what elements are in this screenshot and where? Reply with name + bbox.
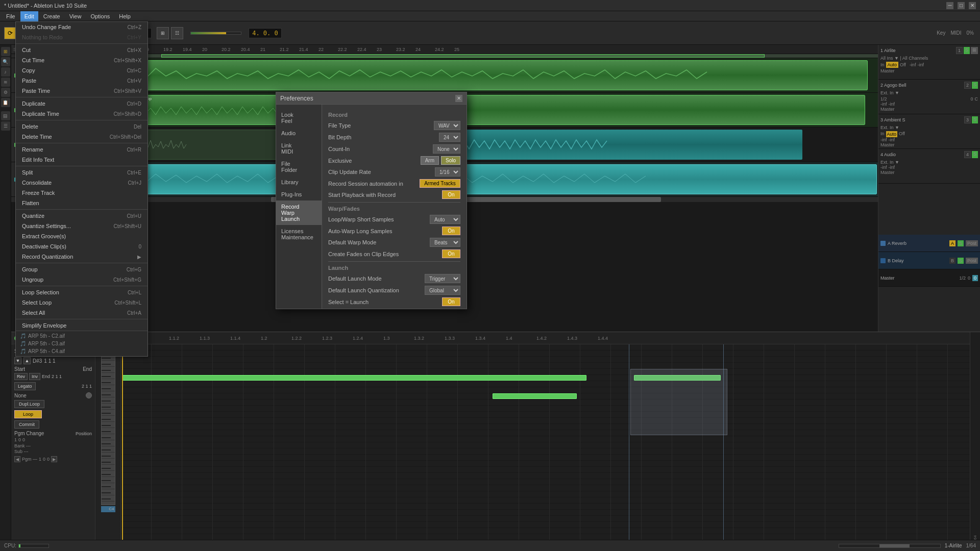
menu-create[interactable]: Create (39, 11, 64, 21)
session-view-btn[interactable]: ☷ (171, 27, 183, 39)
midi-note-long[interactable] (122, 375, 586, 381)
menu-delete-time[interactable]: Delete Time Ctrl+Shift+Del (16, 132, 148, 142)
pref-nav-link[interactable]: LinkMIDI (276, 139, 322, 158)
transport-loop-btn[interactable]: ⟳ (4, 27, 16, 39)
note-down-btn[interactable]: ▼ (14, 357, 21, 364)
menu-flatten[interactable]: Flatten (16, 198, 148, 208)
rev-btn[interactable]: Rev (14, 373, 28, 380)
menu-edit[interactable]: Edit (20, 11, 38, 21)
menu-view[interactable]: View (65, 11, 86, 21)
pref-loop-short-select[interactable]: Auto (430, 215, 460, 224)
send-b-s: S (958, 258, 964, 264)
dupl-loop-btn[interactable]: Dupl.Loop (14, 400, 44, 408)
menu-duplicate-label: Duplicate (22, 101, 45, 107)
menu-loop-sel[interactable]: Loop Selection Ctrl+L (16, 287, 148, 297)
pref-nav-licenses[interactable]: LicensesMaintenance (276, 225, 322, 243)
sidebar-search[interactable]: 🔍 (1, 57, 10, 66)
menu-duplicate-time[interactable]: Duplicate Time Ctrl+Shift+D (16, 109, 148, 119)
groove-row: None (14, 392, 92, 398)
menu-copy[interactable]: Copy Ctrl+C (16, 65, 148, 76)
pref-clip-update-select[interactable]: 1/16 (435, 167, 460, 177)
sidebar-samples[interactable]: ≋ (1, 78, 10, 87)
pref-arm-btn[interactable]: Arm (421, 156, 439, 165)
groove-btn[interactable] (86, 392, 92, 398)
mixer-track2-s: S (972, 82, 978, 89)
menu-quantize[interactable]: Quantize Ctrl+U (16, 211, 148, 221)
pgm-prev-btn[interactable]: ◀ (14, 456, 20, 462)
pref-nav-record[interactable]: RecordWarpLaunch (276, 201, 322, 225)
menu-sel-all[interactable]: Select All Ctrl+A (16, 308, 148, 318)
menu-simplify[interactable]: Simplify Envelope (16, 320, 148, 331)
midi-note-area[interactable] (121, 344, 970, 546)
menu-split[interactable]: Split Ctrl+E (16, 167, 148, 178)
menu-help[interactable]: Help (115, 11, 135, 21)
menu-quantize-settings[interactable]: Quantize Settings... Ctrl+Shift+U (16, 221, 148, 231)
pref-nav-library[interactable]: Library (276, 176, 322, 188)
maximize-button[interactable]: □ (958, 2, 965, 9)
bottom-marker-13: 1.3 (383, 336, 414, 341)
close-button[interactable]: ✕ (969, 2, 976, 9)
sidebar-sounds[interactable]: ♪ (1, 67, 10, 77)
menu-duplicate[interactable]: Duplicate Ctrl+D (16, 98, 148, 109)
pref-armed-tracks-btn[interactable]: Armed Tracks (420, 179, 460, 188)
loop-toggle-btn[interactable]: Loop (14, 410, 42, 418)
main-scrollbar[interactable] (839, 544, 941, 548)
menu-loop-sel-label: Loop Selection (22, 289, 59, 295)
pref-nav-look[interactable]: LookFeel (276, 109, 322, 127)
pref-solo-btn[interactable]: Solo (441, 156, 460, 165)
commit-btn[interactable]: Commit (14, 420, 39, 429)
menu-consolidate[interactable]: Consolidate Ctrl+J (16, 178, 148, 188)
main-scrollbar-thumb[interactable] (879, 544, 910, 547)
pref-file-type-select[interactable]: WAV (434, 121, 460, 130)
pref-nav-audio[interactable]: Audio (276, 127, 322, 139)
pref-fades-toggle[interactable]: On (442, 249, 460, 258)
arrangement-view-btn[interactable]: ⊞ (157, 27, 169, 39)
pref-nav-file[interactable]: FileFolder (276, 158, 322, 176)
sidebar-arranger[interactable]: ▤ (1, 111, 10, 120)
legato-btn[interactable]: Legato (14, 382, 36, 390)
menu-file[interactable]: File (2, 11, 19, 21)
time-marker: 21.2 (280, 47, 299, 52)
menu-rename[interactable]: Rename Ctrl+R (16, 144, 148, 155)
sidebar-clips[interactable]: 📋 (1, 98, 10, 107)
menu-cut[interactable]: Cut Ctrl+X (16, 45, 148, 55)
menu-freeze[interactable]: Freeze Track (16, 188, 148, 198)
menu-group[interactable]: Group Ctrl+G (16, 264, 148, 274)
master-name: Master (880, 276, 895, 281)
menu-cut-time[interactable]: Cut Time Ctrl+Shift+X (16, 55, 148, 65)
note-up-btn[interactable]: ▲ (23, 357, 31, 364)
sidebar-plugins[interactable]: ⚙ (1, 88, 10, 97)
menu-record-quant[interactable]: Record Quantization ▶ (16, 252, 148, 262)
pref-count-in-select[interactable]: None (433, 144, 460, 154)
menu-edit-info[interactable]: Edit Info Text (16, 155, 148, 165)
menu-ungroup[interactable]: Ungroup Ctrl+Shift+G (16, 274, 148, 285)
pref-close-btn[interactable]: ✕ (455, 95, 462, 102)
sidebar-browser[interactable]: ⊞ (1, 47, 10, 56)
pref-file-type-label: File Type (328, 122, 434, 129)
pref-launch-quant-select[interactable]: Global (425, 286, 460, 295)
menu-undo[interactable]: Undo Change Fade Ctrl+Z (16, 22, 148, 32)
pref-launch-mode-select[interactable]: Trigger (425, 274, 460, 283)
pref-auto-warp-toggle[interactable]: On (442, 227, 460, 235)
minimize-button[interactable]: ─ (946, 2, 953, 9)
menu-sel-all-shortcut: Ctrl+A (127, 310, 141, 316)
menu-paste[interactable]: Paste Ctrl+V (16, 76, 148, 86)
sidebar-session[interactable]: ☰ (1, 121, 10, 131)
menu-delete-shortcut: Del (134, 124, 141, 130)
pref-bit-depth-select[interactable]: 24 (439, 133, 460, 142)
pref-select-launch-toggle[interactable]: On (442, 297, 460, 306)
menu-deactivate[interactable]: Deactivate Clip(s) 0 (16, 241, 148, 252)
pgm-next-btn[interactable]: ▶ (51, 456, 57, 462)
pref-start-play-rec-toggle[interactable]: On (442, 190, 460, 199)
pref-nav-plugins[interactable]: Plug-Ins (276, 188, 322, 201)
menu-sel-loop[interactable]: Select Loop Ctrl+Shift+L (16, 297, 148, 308)
menu-options[interactable]: Options (86, 11, 114, 21)
midi-note-lower1[interactable] (493, 393, 577, 399)
menu-paste-time[interactable]: Paste Time Ctrl+Shift+V (16, 86, 148, 96)
menu-ungroup-shortcut: Ctrl+Shift+G (113, 277, 141, 283)
pref-warp-mode-select[interactable]: Beats (430, 238, 460, 247)
menu-extract-groove[interactable]: Extract Groove(s) (16, 231, 148, 241)
menu-delete[interactable]: Delete Del (16, 121, 148, 132)
send-b-name: B Delay (888, 258, 904, 263)
inv-btn[interactable]: Inv (29, 373, 40, 380)
